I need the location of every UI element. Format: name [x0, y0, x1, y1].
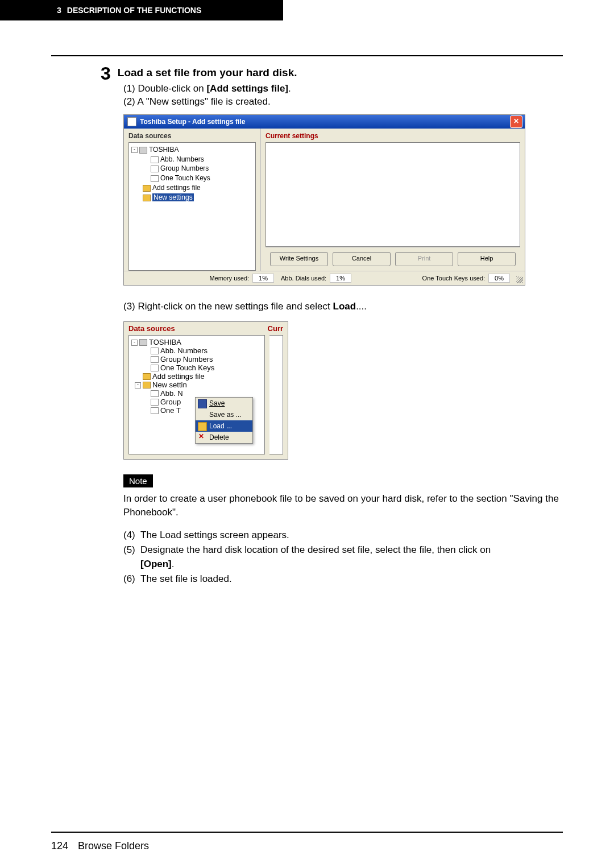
dialog-context-menu: Data sources Curr -TOSHIBA Abb. Numbers … — [123, 321, 288, 460]
memory-used-value: 1% — [252, 274, 274, 283]
page-footer: 124 Browse Folders — [51, 840, 149, 852]
item6-text: The set file is loaded. — [140, 572, 232, 586]
menu-save-as[interactable]: Save as ... — [196, 409, 252, 420]
save-icon — [198, 399, 207, 408]
print-button: Print — [395, 252, 453, 266]
item5-bold: [Open] — [140, 559, 172, 569]
current-settings-area — [265, 142, 520, 247]
add-folder-icon — [143, 185, 151, 192]
abb-dials-label: Abb. Dials used: — [281, 275, 326, 282]
step-number: 3 — [101, 64, 111, 82]
section-name: Browse Folders — [78, 840, 149, 852]
step-line2: (2) A "New settings" file is created. — [123, 96, 563, 109]
note-body: In order to create a user phonebook file… — [123, 492, 563, 519]
left-panel: Data sources -TOSHIBA Abb. Numbers Group… — [124, 129, 261, 271]
device-icon — [139, 339, 147, 346]
tree-selected-item[interactable]: New settings — [152, 193, 194, 201]
write-settings-button[interactable]: Write Settings — [270, 252, 328, 266]
data-sources-tree[interactable]: -TOSHIBA Abb. Numbers Group Numbers One … — [128, 142, 256, 271]
folder-icon — [143, 195, 151, 201]
note-label: Note — [123, 474, 153, 487]
open-icon — [198, 422, 207, 431]
dialog-title: Toshiba Setup - Add settings file — [140, 118, 245, 126]
expander-icon[interactable]: - — [131, 147, 138, 153]
menu-delete[interactable]: Delete — [196, 432, 252, 443]
step3-bold: Load — [333, 301, 356, 312]
resize-grip-icon[interactable] — [516, 276, 523, 283]
close-icon[interactable]: ✕ — [510, 115, 522, 128]
current-settings-label: Current settings — [265, 132, 520, 140]
expander-icon[interactable]: - — [131, 340, 138, 346]
continuation-list: (4)The Load settings screen appears. (5)… — [123, 528, 563, 586]
list-icon — [151, 390, 159, 397]
bottom-rule — [51, 832, 563, 833]
list-icon — [151, 356, 159, 363]
right-empty-area — [269, 335, 283, 454]
list-icon — [151, 166, 159, 172]
list-icon — [151, 399, 159, 406]
chapter-title: DESCRIPTION OF THE FUNCTIONS — [67, 6, 201, 15]
list-icon — [151, 348, 159, 354]
item-num: (6) — [123, 572, 140, 586]
step-line1-prefix: (1) Double-click on — [123, 83, 206, 94]
expander-icon[interactable]: - — [135, 382, 141, 388]
item5-prefix: Designate the hard disk location of the … — [140, 544, 491, 555]
item4-text: The Load settings screen appears. — [140, 528, 289, 543]
app-icon — [127, 117, 136, 126]
dialog-titlebar: Toshiba Setup - Add settings file ✕ — [124, 115, 525, 129]
content-area: 3 Load a set file from your hard disk. (… — [101, 65, 563, 586]
list-icon — [151, 407, 159, 414]
list-icon — [151, 156, 159, 163]
button-row: Write Settings Cancel Print Help — [265, 247, 520, 271]
step3-prefix: (3) Right-click on the new settings file… — [123, 301, 333, 312]
data-sources-label-2: Data sources — [128, 324, 268, 333]
item-num: (4) — [123, 528, 140, 543]
help-button[interactable]: Help — [458, 252, 516, 266]
add-folder-icon — [143, 373, 151, 380]
chapter-number: 3 — [57, 6, 61, 15]
top-rule — [51, 55, 563, 56]
step-line1-suffix: . — [288, 83, 291, 94]
step-heading: 3 Load a set file from your hard disk. — [101, 65, 563, 82]
dialog-add-settings: Toshiba Setup - Add settings file ✕ Data… — [123, 114, 525, 286]
memory-used-label: Memory used: — [209, 275, 249, 282]
step-title: Load a set file from your hard disk. — [118, 67, 297, 79]
step-body: (1) Double-click on [Add settings file].… — [123, 82, 563, 109]
step3-suffix: .... — [356, 301, 367, 312]
list-icon — [151, 175, 159, 182]
cancel-button[interactable]: Cancel — [333, 252, 391, 266]
context-menu: Save Save as ... Load ... Delete — [195, 397, 253, 444]
data-sources-label: Data sources — [128, 132, 256, 140]
list-icon — [151, 365, 159, 371]
otk-used-label: One Touch Keys used: — [422, 275, 485, 282]
data-sources-tree-2[interactable]: -TOSHIBA Abb. Numbers Group Numbers One … — [128, 335, 265, 454]
menu-save[interactable]: Save — [196, 398, 252, 409]
item-num: (5) — [123, 543, 140, 572]
menu-load[interactable]: Load ... — [196, 420, 252, 432]
status-bar: Memory used: 1% Abb. Dials used: 1% One … — [124, 271, 525, 285]
otk-used-value: 0% — [488, 274, 510, 283]
device-icon — [139, 147, 147, 154]
page-header: 3 DESCRIPTION OF THE FUNCTIONS — [0, 0, 283, 20]
abb-dials-value: 1% — [330, 274, 351, 283]
step3-line: (3) Right-click on the new settings file… — [123, 300, 563, 313]
item5-suffix: . — [172, 559, 175, 569]
step-line1-bold: [Add settings file] — [206, 83, 288, 94]
delete-icon — [198, 433, 206, 441]
right-panel: Current settings Write Settings Cancel P… — [261, 129, 525, 271]
curr-label: Curr — [268, 324, 283, 333]
folder-icon — [143, 382, 151, 388]
page-number: 124 — [51, 840, 68, 852]
